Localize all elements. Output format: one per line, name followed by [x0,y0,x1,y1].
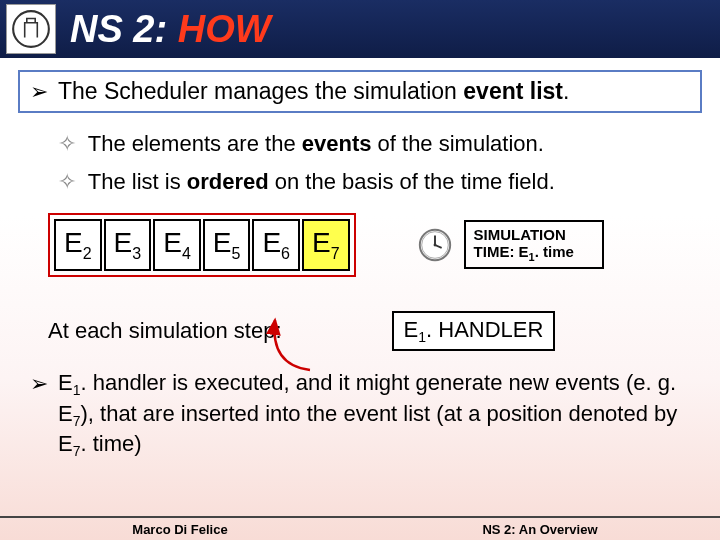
handler-box: E1. HANDLER [392,311,556,351]
event-cell-e3: E3 [104,219,152,271]
slide-footer: Marco Di Felice NS 2: An Overview [0,516,720,540]
paragraph-2: ➢ E1. handler is executed, and it might … [30,369,702,461]
text: . HANDLER [426,317,543,342]
main-bullet-text: The Scheduler manages the simulation eve… [58,78,569,105]
title-white: NS 2: [70,8,178,50]
svg-point-5 [433,243,436,246]
paragraph-2-text: E1. handler is executed, and it might ge… [58,369,702,461]
text: . time [535,243,574,260]
step-row: At each simulation step: E1. HANDLER [48,311,702,351]
slide-header: NS 2: HOW [0,0,720,58]
step-text: At each simulation step: [48,318,282,344]
text: E [404,317,419,342]
footer-title: NS 2: An Overview [360,522,720,537]
text-bold: ordered [187,169,269,194]
event-cell-e4: E4 [153,219,201,271]
diamond-bullet-icon: ✧ [58,169,76,194]
diamond-bullet-icon: ✧ [58,131,76,156]
text: The elements are the [88,131,302,156]
footer-author: Marco Di Felice [0,522,360,537]
simulation-time-box: SIMULATION TIME: E1. time [464,220,604,269]
text: of the simulation. [371,131,543,156]
event-cell-e6: E6 [252,219,300,271]
clock-icon [416,226,454,264]
university-logo [6,4,56,54]
text: 1 [418,329,426,345]
text-bold: event list [463,78,563,104]
slide-content: ➢ The Scheduler manages the simulation e… [0,70,720,461]
text: on the basis of the time field. [269,169,555,194]
event-area: E2 E3 E4 E5 E6 E7 SIMULATION TIME: E1. t… [48,213,702,277]
text: The list is [88,169,187,194]
arrow-bullet-icon: ➢ [30,79,48,105]
slide-title: NS 2: HOW [70,8,271,51]
arrow-bullet-icon: ➢ [30,371,48,461]
event-cell-e2: E2 [54,219,102,271]
sub-bullet-1: ✧ The elements are the events of the sim… [58,131,702,157]
event-cell-e5: E5 [203,219,251,271]
text: E [519,243,529,260]
svg-point-0 [13,11,49,47]
main-bullet-box: ➢ The Scheduler manages the simulation e… [18,70,702,113]
text-bold: events [302,131,372,156]
event-cell-e7: E7 [302,219,350,271]
text: . [563,78,569,104]
event-list: E2 E3 E4 E5 E6 E7 [48,213,356,277]
sub-bullet-2: ✧ The list is ordered on the basis of th… [58,169,702,195]
title-red: HOW [178,8,271,50]
text: The Scheduler manages the simulation [58,78,463,104]
